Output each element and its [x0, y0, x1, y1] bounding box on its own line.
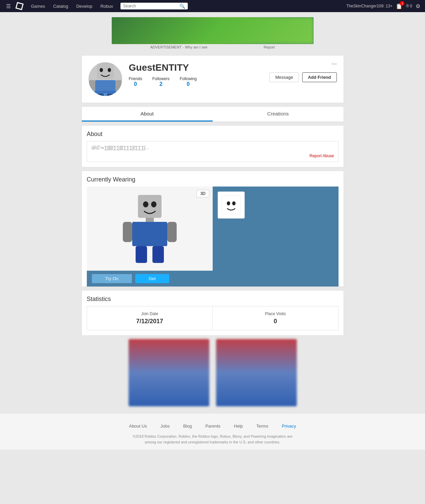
- ad-blurred-section: [81, 339, 344, 406]
- svg-point-3: [100, 68, 103, 72]
- friends-stat: Friends 0: [129, 76, 142, 87]
- navbar: ☰ Games Catalog Develop Robux 🔍 TheSkinC…: [0, 0, 425, 12]
- friends-count[interactable]: 0: [129, 81, 142, 87]
- svg-rect-10: [95, 91, 116, 93]
- ad-blurred-card-1: [129, 339, 209, 406]
- svg-rect-17: [167, 222, 177, 242]
- statistics-title: Statistics: [87, 296, 339, 303]
- nav-robux[interactable]: Robux: [97, 0, 116, 12]
- footer-copyright: ©2018 Roblox Corporation. Roblox, the Ro…: [129, 434, 297, 445]
- followers-count[interactable]: 2: [152, 81, 170, 87]
- about-section: About ⓌⒺ ∞∑∫∫∫∫∫∑∑∫∫∫∑∑∑∫∫∑∑∑∫... Report…: [81, 125, 344, 167]
- svg-rect-18: [136, 246, 147, 263]
- footer-link-blog[interactable]: Blog: [183, 424, 192, 429]
- svg-rect-14: [146, 218, 154, 222]
- content-section: About ⓌⒺ ∞∑∫∫∫∫∫∑∑∫∫∫∑∑∑∫∫∑∑∑∫... Report…: [81, 125, 344, 406]
- profile-card: ⋯ GuestEN: [81, 55, 344, 103]
- ad-report[interactable]: Report: [263, 45, 275, 49]
- wearing-container: 3D: [87, 187, 339, 271]
- message-button[interactable]: Message: [270, 72, 299, 82]
- svg-point-22: [232, 201, 236, 205]
- svg-rect-15: [132, 222, 167, 246]
- wearing-items-panel: [213, 187, 339, 271]
- tab-about[interactable]: About: [82, 107, 213, 122]
- following-stat: Following 0: [180, 76, 197, 87]
- footer-link-parents[interactable]: Parents: [205, 424, 220, 429]
- stats-grid: Join Date 7/12/2017 Place Visits 0: [87, 306, 339, 330]
- svg-rect-6: [89, 80, 95, 90]
- ad-text: ADVERTISEMENT - Why am I see: [150, 45, 208, 49]
- place-visits-label: Place Visits: [218, 311, 333, 316]
- ad-blurred-card-2: [216, 339, 297, 406]
- svg-point-21: [227, 201, 230, 205]
- svg-point-4: [108, 68, 111, 72]
- robux-count: 0: [410, 4, 412, 8]
- join-date-value: 7/12/2017: [92, 318, 208, 325]
- join-date-label: Join Date: [92, 311, 208, 316]
- about-box: ⓌⒺ ∞∑∫∫∫∫∫∑∑∫∫∫∑∑∑∫∫∑∑∑∫... Report Abuse: [87, 141, 339, 162]
- footer-link-about-us[interactable]: About Us: [129, 424, 147, 429]
- roblox-logo[interactable]: [15, 1, 24, 11]
- svg-rect-20: [222, 196, 241, 214]
- get-button[interactable]: Get: [135, 274, 169, 283]
- statistics-section: Statistics Join Date 7/12/2017 Place Vis…: [81, 290, 344, 336]
- notification-badge: 1: [400, 1, 404, 6]
- ad-banner: [112, 17, 314, 44]
- btn-3d-toggle[interactable]: 3D: [197, 190, 209, 197]
- svg-rect-16: [123, 222, 132, 242]
- nav-develop[interactable]: Develop: [73, 0, 96, 12]
- join-date-cell: Join Date 7/12/2017: [87, 306, 213, 330]
- search-input[interactable]: [123, 4, 179, 8]
- profile-username: GuestENTITY: [129, 62, 337, 73]
- footer-link-jobs[interactable]: Jobs: [161, 424, 170, 429]
- place-visits-value: 0: [218, 318, 333, 325]
- about-title: About: [87, 131, 339, 138]
- robux-display[interactable]: ® 0: [406, 4, 412, 8]
- profile-actions: Message Add Friend: [270, 72, 337, 82]
- more-options-button[interactable]: ⋯: [331, 61, 337, 67]
- footer-links: About Us Jobs Blog Parents Help Terms Pr…: [7, 424, 418, 429]
- avatar: [88, 62, 122, 96]
- following-label: Following: [180, 76, 197, 81]
- report-abuse-link[interactable]: Report Abuse: [91, 154, 334, 158]
- notifications-button[interactable]: 📋 1: [394, 2, 404, 11]
- ad-label-bar: ADVERTISEMENT - Why am I see Report: [78, 44, 347, 50]
- place-visits-cell: Place Visits 0: [213, 306, 338, 330]
- search-icon[interactable]: 🔍: [179, 3, 185, 9]
- currently-wearing-title: Currently Wearing: [87, 176, 339, 183]
- footer-link-help[interactable]: Help: [234, 424, 243, 429]
- svg-point-12: [143, 201, 148, 207]
- svg-rect-11: [138, 195, 162, 218]
- footer-link-privacy[interactable]: Privacy: [282, 424, 296, 429]
- wearing-buttons-bar: Try On Get: [87, 271, 339, 287]
- friends-label: Friends: [129, 76, 142, 81]
- wearing-item-face[interactable]: [218, 192, 245, 219]
- hamburger-menu[interactable]: ☰: [3, 3, 13, 9]
- followers-label: Followers: [152, 76, 170, 81]
- followers-stat: Followers 2: [152, 76, 170, 87]
- ad-content: [112, 17, 314, 44]
- nav-catalog[interactable]: Catalog: [50, 0, 72, 12]
- try-on-button[interactable]: Try On: [92, 274, 132, 283]
- nav-username: TheSkinChanger109: 13+: [346, 4, 392, 8]
- svg-rect-9: [107, 94, 114, 96]
- character-3d: [119, 192, 180, 266]
- profile-tabs: About Creations: [81, 106, 344, 122]
- add-friend-button[interactable]: Add Friend: [302, 72, 337, 82]
- footer-link-terms[interactable]: Terms: [256, 424, 268, 429]
- footer: About Us Jobs Blog Parents Help Terms Pr…: [0, 413, 425, 450]
- settings-button[interactable]: ⚙: [414, 2, 422, 11]
- svg-rect-8: [97, 94, 104, 96]
- svg-rect-7: [115, 80, 121, 90]
- svg-rect-19: [152, 246, 164, 263]
- about-content: ⓌⒺ ∞∑∫∫∫∫∫∑∑∫∫∫∑∑∑∫∫∑∑∑∫...: [91, 145, 334, 151]
- search-bar[interactable]: 🔍: [120, 3, 188, 9]
- currently-wearing-section: Currently Wearing 3D: [81, 171, 344, 287]
- robux-icon: ®: [406, 4, 409, 8]
- following-count[interactable]: 0: [180, 81, 197, 87]
- wearing-3d-view: 3D: [87, 187, 213, 271]
- svg-point-13: [151, 201, 156, 207]
- tab-creations[interactable]: Creations: [213, 107, 344, 122]
- nav-games[interactable]: Games: [28, 0, 48, 12]
- nav-right-area: TheSkinChanger109: 13+ 📋 1 ® 0 ⚙: [346, 2, 422, 11]
